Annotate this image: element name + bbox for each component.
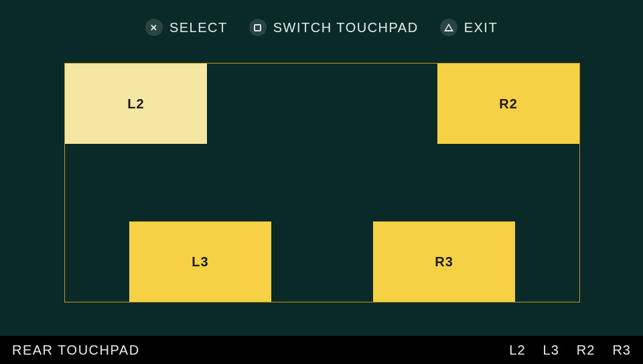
footer-bar: REAR TOUCHPAD L2 L3 R2 R3	[0, 336, 643, 364]
footer-indicator-r2: R2	[577, 343, 595, 358]
select-control: ✕ SELECT	[145, 19, 228, 36]
cross-icon: ✕	[145, 19, 163, 36]
square-icon	[249, 19, 267, 36]
switch-touchpad-control: SWITCH TOUCHPAD	[249, 19, 419, 36]
header-controls: ✕ SELECT SWITCH TOUCHPAD EXIT	[0, 19, 643, 36]
footer-mode-label: REAR TOUCHPAD	[12, 343, 140, 358]
footer-indicator-l2: L2	[509, 343, 525, 358]
footer-indicators: L2 L3 R2 R3	[509, 343, 631, 358]
footer-indicator-r3: R3	[612, 343, 631, 358]
triangle-icon	[440, 19, 457, 36]
zone-r3[interactable]: R3	[373, 221, 515, 302]
footer-indicator-l3: L3	[543, 343, 559, 358]
touchpad-frame[interactable]: L2 R2 L3 R3	[64, 63, 580, 302]
zone-l2[interactable]: L2	[65, 64, 207, 144]
select-label: SELECT	[169, 20, 228, 35]
exit-label: EXIT	[464, 20, 498, 35]
switch-label: SWITCH TOUCHPAD	[273, 20, 419, 35]
exit-control: EXIT	[440, 19, 498, 36]
zone-l3[interactable]: L3	[129, 221, 271, 302]
zone-r2[interactable]: R2	[437, 64, 579, 144]
